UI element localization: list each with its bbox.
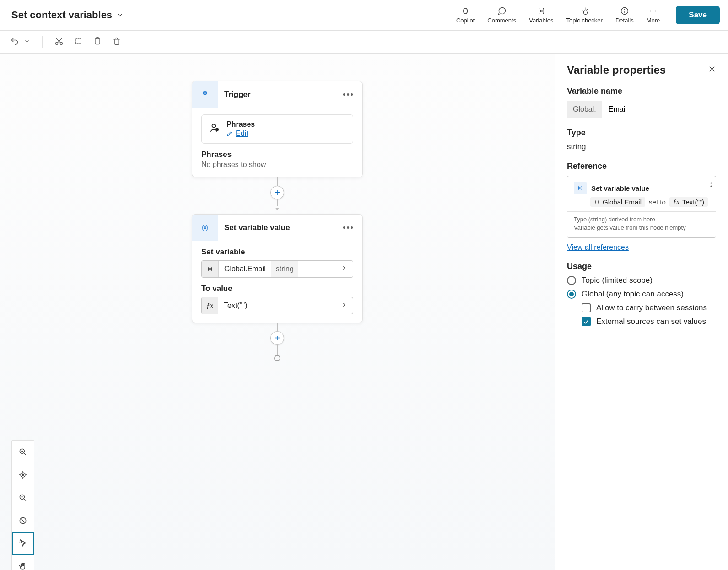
usage-global-label: Global (any topic can access)	[582, 290, 684, 299]
usage-global-radio-row[interactable]: Global (any topic can access)	[567, 290, 716, 299]
header-actions: Copilot Comments Variables Topic checker…	[450, 3, 720, 27]
reference-card[interactable]: Set variable value Global.Email set to ƒ…	[567, 176, 716, 238]
delete-button[interactable]	[110, 35, 123, 49]
radio-global[interactable]	[567, 290, 576, 299]
zoom-in-button[interactable]	[12, 441, 34, 463]
zoom-out-button[interactable]	[12, 486, 34, 509]
comments-button[interactable]: Comments	[481, 3, 523, 27]
phrases-card-title: Phrases	[226, 120, 255, 129]
person-chat-icon: •	[209, 123, 220, 135]
reference-menu-button[interactable]	[706, 181, 712, 189]
set-variable-menu-button[interactable]: •••	[334, 223, 362, 233]
svg-point-3	[624, 9, 625, 10]
svg-point-19	[22, 474, 23, 475]
zoom-toolbar	[11, 440, 34, 570]
variable-icon	[192, 215, 218, 241]
more-label: More	[647, 17, 660, 24]
svg-marker-38	[276, 208, 279, 210]
pan-tool-button[interactable]	[12, 555, 34, 570]
fit-view-button[interactable]	[12, 463, 34, 486]
reference-expr-chip: ƒx Text("")	[669, 197, 708, 207]
usage-topic-radio-row[interactable]: Topic (limited scope)	[567, 276, 716, 285]
type-label: Type	[567, 128, 716, 138]
fx-icon: ƒx	[202, 297, 218, 314]
carry-sessions-row[interactable]: Allow to carry between sessions	[582, 303, 716, 312]
info-icon	[620, 6, 629, 16]
more-icon	[648, 6, 658, 16]
svg-line-28	[21, 519, 25, 522]
topic-checker-button[interactable]: Topic checker	[560, 3, 609, 27]
details-button[interactable]: Details	[609, 3, 640, 27]
edit-phrases-link[interactable]: Edit	[226, 129, 255, 138]
reset-zoom-button[interactable]	[12, 509, 34, 532]
trigger-node[interactable]: Trigger ••• • Phrases Edit	[192, 81, 363, 177]
svg-rect-11	[75, 38, 81, 44]
chevron-right-icon	[335, 265, 353, 273]
checkbox-external[interactable]	[582, 317, 591, 326]
trash-icon	[112, 37, 121, 46]
value-picker[interactable]: ƒx Text("")	[201, 297, 353, 314]
radio-topic[interactable]	[567, 276, 576, 285]
trigger-icon	[192, 81, 218, 108]
pencil-icon	[226, 130, 233, 137]
more-button[interactable]: More	[640, 3, 667, 27]
app-header: Set context variables Copilot Comments V…	[0, 0, 728, 31]
view-all-references-link[interactable]: View all references	[567, 243, 629, 252]
copy-button[interactable]	[72, 35, 85, 49]
usage-topic-label: Topic (limited scope)	[582, 276, 653, 285]
variable-icon	[574, 182, 587, 194]
chevron-down-icon	[24, 38, 30, 44]
reference-note-2: Variable gets value from this node if em…	[574, 224, 709, 232]
svg-point-41	[710, 182, 712, 183]
add-node-button[interactable]: +	[270, 186, 284, 199]
set-variable-title: Set variable value	[218, 223, 334, 232]
reference-note-1: Type (string) derived from here	[574, 215, 709, 224]
svg-point-34	[205, 92, 205, 93]
add-node-button[interactable]: +	[270, 331, 284, 345]
connector-end: +	[270, 323, 284, 361]
chevron-down-icon	[116, 11, 124, 19]
panel-title: Variable properties	[567, 64, 666, 76]
select-tool-button[interactable]	[12, 532, 34, 555]
copilot-button[interactable]: Copilot	[450, 3, 481, 27]
variable-type: string	[271, 261, 298, 277]
variable-picker[interactable]: Global.Email string	[201, 260, 353, 278]
vertical-dots-icon	[706, 181, 712, 187]
canvas[interactable]: Trigger ••• • Phrases Edit	[0, 54, 555, 570]
set-to-text: set to	[649, 198, 666, 206]
copilot-label: Copilot	[456, 17, 475, 24]
undo-icon	[10, 37, 19, 46]
svg-point-6	[655, 11, 657, 12]
undo-dropdown-button[interactable]	[22, 36, 32, 48]
properties-panel: Variable properties Variable name Global…	[555, 54, 728, 570]
reference-label: Reference	[567, 161, 716, 171]
svg-point-42	[710, 185, 712, 187]
paste-icon	[93, 37, 102, 46]
set-variable-node[interactable]: Set variable value ••• Set variable Glob…	[192, 214, 363, 323]
reference-title: Set variable value	[591, 184, 649, 192]
variables-icon	[537, 6, 546, 16]
variables-button[interactable]: Variables	[523, 3, 560, 27]
variables-label: Variables	[529, 17, 553, 24]
cursor-icon	[18, 539, 27, 548]
close-icon	[708, 65, 716, 73]
stethoscope-icon	[580, 6, 589, 16]
svg-point-0	[587, 10, 588, 11]
comments-label: Comments	[487, 17, 516, 24]
value-expression: Text("")	[218, 297, 253, 314]
page-title[interactable]: Set context variables	[11, 9, 124, 21]
external-sources-row[interactable]: External sources can set values	[582, 317, 716, 326]
cut-button[interactable]	[53, 35, 65, 49]
save-button[interactable]: Save	[676, 6, 720, 24]
close-panel-button[interactable]	[708, 65, 716, 75]
phrases-card[interactable]: • Phrases Edit	[201, 114, 353, 144]
variable-name-input[interactable]	[602, 101, 716, 118]
page-title-text: Set context variables	[11, 9, 112, 21]
variable-name: Global.Email	[219, 261, 271, 277]
checkbox-carry[interactable]	[582, 303, 591, 312]
paste-button[interactable]	[91, 35, 104, 49]
undo-button[interactable]	[8, 35, 21, 49]
external-label: External sources can set values	[596, 317, 706, 326]
trigger-menu-button[interactable]: •••	[334, 90, 362, 100]
svg-point-4	[650, 11, 651, 12]
